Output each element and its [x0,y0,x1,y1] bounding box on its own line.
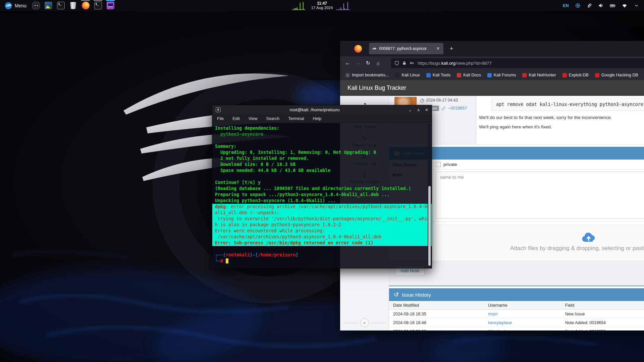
bookmark-item[interactable]: Google Hacking DB [595,73,638,77]
keyboard-layout-indicator[interactable]: EN [563,3,569,8]
minimize-icon[interactable]: ⌄ [409,108,412,112]
volume-icon[interactable] [598,3,604,9]
file-dropzone[interactable]: Attach files by dragging & dropping, sel… [436,225,644,259]
terminal-menu-view[interactable]: View [249,116,258,121]
note-textarea[interactable]: same to me [436,172,644,219]
graph-bar [343,3,344,10]
menu-label[interactable]: Menu [15,3,26,8]
shield-icon[interactable] [394,61,399,65]
app-launcher-terminal[interactable] [93,0,103,11]
bookmark-item[interactable]: Kali Tools [426,73,450,77]
app-launcher-firefox[interactable] [80,0,91,11]
scrollbar-thumb[interactable] [428,186,431,266]
terminal-scrollbar[interactable] [428,124,431,267]
terminal-line: /var/cache/apt/archives/python3-asyncore… [212,234,432,240]
browser-tab-active[interactable]: 0008877: python3-asyncor ✕ [369,43,443,54]
app-launcher-terminal[interactable] [56,0,66,11]
graph-bar [346,9,347,10]
bookmark-item[interactable]: Kali Linux [395,73,420,77]
history-username-link[interactable]: MikeKachar [488,329,565,331]
kali-menu-button[interactable]: Menu [5,2,26,9]
graph-bar [301,9,302,10]
panel-clock[interactable]: 11:47 17 Aug 2024 [311,1,333,10]
graph-bar [340,7,341,10]
network-graph-widget[interactable] [336,1,352,10]
link-chain-icon [441,106,446,111]
bookmark-item[interactable]: Kali NetHunter [522,73,556,77]
terminal-app-icon: $ [216,107,221,112]
sidebar-collapse: « [340,318,389,327]
history-username-link[interactable]: mrpn [488,312,565,316]
bookmark-item[interactable]: Kali Forums [487,73,516,77]
terminal-icon [57,2,65,9]
graph-bar [339,9,340,10]
url-text: https://bugs.kali.org/view.php?id=8877 [418,61,492,66]
terminal-menu-file[interactable]: File [217,116,224,121]
chevron-down-icon[interactable] [633,3,639,9]
app-launcher-trash[interactable] [68,0,78,11]
reload-icon[interactable]: ↻ [363,60,373,66]
history-column-header: Date Modified [389,303,488,308]
note-code-block: apt remove odat kali-linux-everything py… [491,98,644,111]
bookmark-label: Exploit-DB [569,73,589,77]
back-icon[interactable]: ← [343,60,353,66]
history-table-header: Date ModifiedUsernameField [389,301,644,310]
bookmark-item[interactable]: ↓Import bookmarks... [345,73,389,77]
bookmark-item[interactable]: Kali Docs [457,73,481,77]
tab-close-icon[interactable]: ✕ [435,46,441,51]
new-tab-button[interactable]: + [447,45,456,52]
graph-bar [341,9,342,10]
history-row: 2024-08-17 02:02MikeKacharNote Added: 00… [389,327,644,330]
terminal-line [215,246,429,252]
graph-bar [303,2,304,10]
battery-icon[interactable] [610,3,616,9]
app-launcher-robot[interactable] [31,0,41,11]
settings-gear-icon[interactable] [575,3,581,9]
terminal-menu-search[interactable]: Search [266,116,280,121]
terminal-output[interactable]: Installing dependencies: python3-asyncor… [212,123,432,268]
terminal-menu-help[interactable]: Help [313,116,321,121]
graph-bar [292,10,292,10]
home-icon[interactable]: ⌂ [373,60,383,66]
app-launcher-screenshot[interactable] [43,0,53,11]
bookmark-item[interactable]: Exploit-DB [562,73,589,77]
note-id-link[interactable]: ~0019657 [448,106,467,111]
history-column-header: Username [488,303,565,308]
bookmark-favicon [426,73,431,77]
close-icon[interactable]: ✕ [425,108,428,112]
terminal-icon [94,2,102,9]
navigation-toolbar: ← → ↻ ⌂ https://bugs.kali.org/view.php?i… [340,56,644,70]
terminal-menu-edit[interactable]: Edit [232,116,240,121]
key-icon[interactable] [410,61,415,65]
window-indicator [81,0,90,1]
forward-icon[interactable]: → [353,60,363,66]
cpu-graph-widget[interactable] [292,1,308,10]
graph-bar [337,10,338,10]
history-column-header: Field [565,303,644,308]
lock-icon[interactable] [402,61,407,65]
dropzone-text: Attach files by dragging & dropping, sel… [510,245,644,252]
issue-history-header: ↺ Issue History [389,288,644,301]
paperclip-icon[interactable] [586,3,592,9]
site-title: Kali Linux Bug Tracker [347,84,406,92]
private-checkbox[interactable] [436,162,441,167]
terminal-line: 2 not fully installed or removed. [215,156,429,162]
graph-bar [342,9,343,10]
terminal-line: ali1_all.deb (--unpack): [212,210,432,216]
terminal-line: (Reading database ... 1096507 files and … [215,186,429,192]
graph-bar [296,8,297,10]
history-username-link[interactable]: henrylaplace [488,320,565,325]
collapse-sidebar-button[interactable]: « [360,318,369,327]
bookmark-favicon [562,73,567,77]
wifi-icon[interactable] [622,3,628,9]
maximize-icon[interactable]: ∧ [417,108,420,112]
graph-bar [349,10,350,10]
url-bar[interactable]: https://bugs.kali.org/view.php?id=8877 [391,58,644,68]
terminal-menu-terminal[interactable]: Terminal [288,116,304,121]
terminal-line [215,174,429,180]
terminal-titlebar[interactable]: $ root@kali: /home/preisuru ⌄ ∧ ✕ [212,105,432,114]
cloud-upload-icon [581,232,596,243]
firefox-menu-button[interactable] [352,43,364,54]
app-launcher-screens[interactable] [105,0,115,11]
history-icon: ↺ [394,291,399,298]
